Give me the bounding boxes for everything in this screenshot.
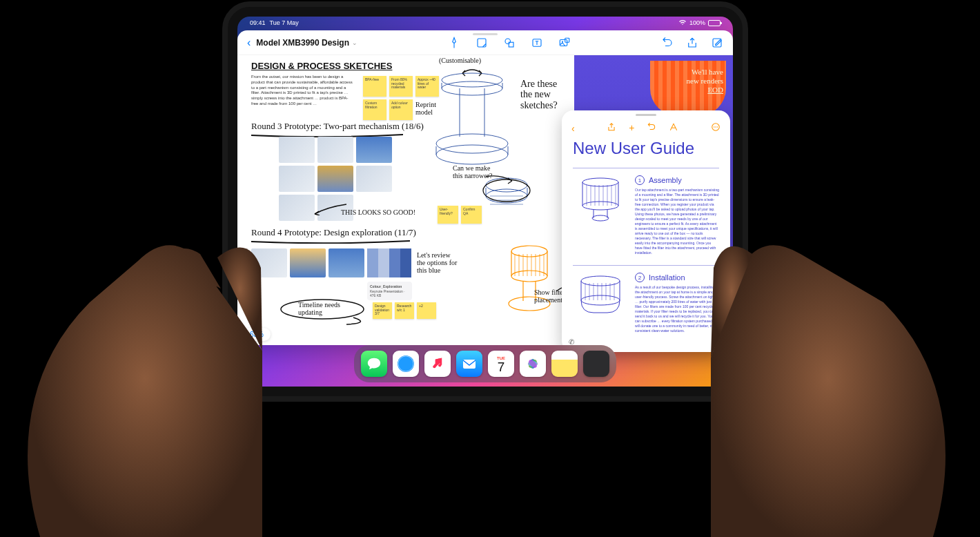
zoom-indicator[interactable]: 63%: [243, 328, 271, 341]
back-button[interactable]: ‹: [247, 37, 251, 49]
prototype-photo[interactable]: [356, 137, 392, 163]
svg-point-29: [717, 126, 718, 127]
shapes-tool-icon[interactable]: [503, 37, 516, 49]
compose-button[interactable]: [711, 37, 723, 49]
svg-point-15: [442, 73, 502, 87]
prototype-photo[interactable]: [279, 195, 315, 221]
slideover-grabber[interactable]: [636, 114, 656, 116]
step-number: 1: [635, 175, 645, 185]
keynote-file-chip[interactable]: Colour_Exploration Keynote Presentation …: [367, 282, 412, 300]
note-title: New User Guide: [573, 139, 719, 157]
file-meta: Keynote Presentation · 476 KB: [370, 289, 409, 297]
handwritten-note: Let's review the options for this blue: [417, 251, 458, 274]
step-number: 2: [635, 273, 645, 282]
calendar-app-icon[interactable]: TUE 7: [488, 351, 514, 377]
sticky-note-tool-icon[interactable]: [476, 37, 488, 49]
svg-point-17: [436, 134, 508, 153]
window-grabber[interactable]: [473, 33, 498, 35]
divider: [573, 265, 719, 266]
prototype-photo[interactable]: [317, 166, 353, 192]
notes-app-icon[interactable]: [551, 351, 578, 377]
sticky-note[interactable]: Add colour option: [389, 99, 413, 120]
step-body: Our tap attachment is a two-part mechani…: [635, 188, 719, 255]
ipad-screen: 09:41 Tue 7 May 100%: [237, 17, 733, 387]
svg-point-22: [511, 246, 547, 257]
svg-point-27: [714, 126, 714, 127]
notes-markup-button[interactable]: [669, 122, 678, 134]
handwritten-note: We'll have new renders EOD: [687, 68, 723, 95]
color-swatches[interactable]: [367, 248, 411, 277]
round4-heading: Round 4 Prototype: Design exploration (1…: [251, 228, 416, 237]
file-name: Colour_Exploration: [370, 284, 409, 289]
handwritten-note: Are these the new sketches?: [520, 79, 569, 110]
step-heading: Assembly: [649, 176, 682, 184]
wifi-icon: [678, 19, 687, 27]
svg-point-30: [582, 178, 618, 186]
music-app-icon[interactable]: [424, 351, 451, 377]
prototype-photo[interactable]: [317, 137, 353, 163]
sticky-note[interactable]: Research w/c 1: [395, 302, 414, 319]
text-tool-icon[interactable]: [531, 37, 543, 49]
ipad-device-frame: 09:41 Tue 7 May 100%: [222, 1, 748, 402]
status-bar: 09:41 Tue 7 May 100%: [237, 17, 733, 29]
svg-rect-42: [463, 360, 476, 369]
svg-point-28: [715, 126, 716, 127]
mail-app-icon[interactable]: [456, 351, 482, 377]
share-button[interactable]: [686, 37, 698, 49]
svg-point-31: [582, 202, 618, 210]
svg-point-14: [281, 300, 364, 319]
svg-point-7: [505, 39, 511, 44]
step-heading: Installation: [649, 273, 685, 282]
svg-rect-10: [560, 39, 567, 46]
notes-share-button[interactable]: [607, 122, 616, 134]
prototype-photo[interactable]: [290, 248, 326, 277]
svg-rect-6: [478, 39, 486, 47]
battery-percent: 100%: [689, 19, 705, 26]
notes-more-button[interactable]: [711, 122, 721, 134]
calendar-date-number: 7: [498, 360, 505, 373]
notes-undo-button[interactable]: [647, 122, 656, 134]
assembly-diagram: [573, 175, 628, 255]
status-time: 09:41: [250, 19, 266, 26]
photos-app-icon[interactable]: [520, 351, 546, 377]
sticky-note[interactable]: BPA-free: [363, 76, 386, 97]
intro-paragraph: From the outset, our mission has been to…: [251, 75, 355, 107]
dock: TUE 7: [354, 345, 616, 382]
divider: [573, 168, 719, 168]
svg-point-16: [442, 81, 502, 95]
prototype-photo[interactable]: [279, 137, 315, 163]
safari-app-icon[interactable]: [393, 351, 419, 377]
handwritten-note: THIS LOOKS SO GOOD!: [341, 208, 415, 216]
notes-toolbar: ‹ +: [562, 119, 730, 139]
section-heading: DESIGN & PROCESS SKETCHES: [251, 61, 392, 71]
handwritten-note: (Customisable): [439, 57, 481, 64]
battery-icon: [708, 20, 721, 26]
notes-slideover-window: ‹ + New User Guide: [562, 110, 730, 352]
status-date: Tue 7 May: [270, 19, 299, 26]
notes-back-button[interactable]: ‹: [571, 123, 575, 134]
guide-step: 1 Assembly Our tap attachment is a two-p…: [573, 175, 719, 255]
user-hand-right: [711, 192, 980, 537]
step-body: As a result of our bespoke design proces…: [635, 285, 719, 333]
messages-app-icon[interactable]: [361, 351, 387, 377]
svg-point-18: [436, 145, 508, 164]
prototype-photo[interactable]: [251, 248, 287, 277]
prototype-photo[interactable]: [279, 166, 315, 192]
sticky-note[interactable]: Design validation 3/7: [373, 302, 392, 319]
document-title[interactable]: Model XMB3990 Design: [256, 38, 349, 48]
notes-add-button[interactable]: +: [629, 122, 634, 134]
pen-tool-icon[interactable]: [448, 37, 460, 49]
undo-button[interactable]: [661, 37, 674, 49]
guide-step: 2 Installation As a result of our bespok…: [573, 273, 719, 333]
sticky-note[interactable]: +2: [417, 302, 436, 319]
prototype-photo[interactable]: [329, 248, 364, 277]
title-chevron-icon[interactable]: ⌄: [352, 39, 357, 46]
product-wireframe-sketch-orange: [498, 242, 560, 318]
app-library-icon[interactable]: [583, 351, 609, 377]
notes-body[interactable]: New User Guide: [562, 139, 730, 333]
media-tool-icon[interactable]: [558, 37, 571, 49]
prototype-photo[interactable]: [356, 166, 392, 192]
photo-grid-round4: [251, 248, 364, 277]
sticky-note[interactable]: From 80% recycled materials: [389, 76, 413, 97]
sticky-note[interactable]: Custom filtration: [363, 99, 386, 120]
